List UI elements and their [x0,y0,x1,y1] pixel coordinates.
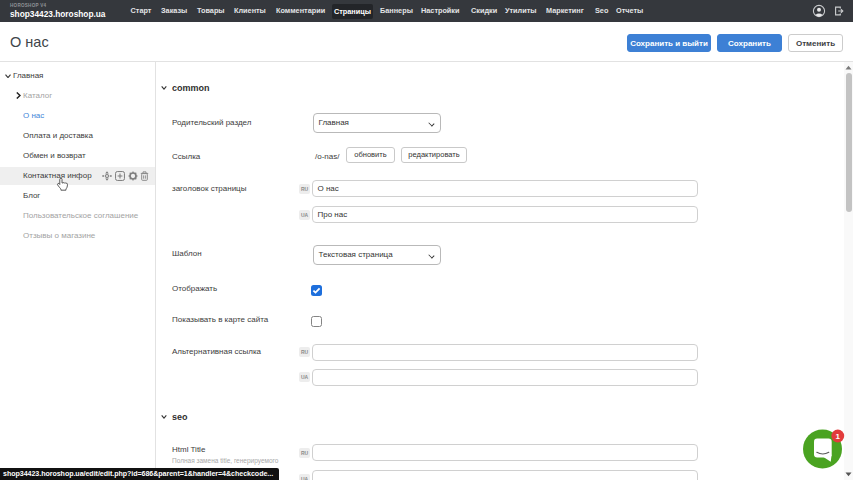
svg-text:1: 1 [836,432,841,441]
